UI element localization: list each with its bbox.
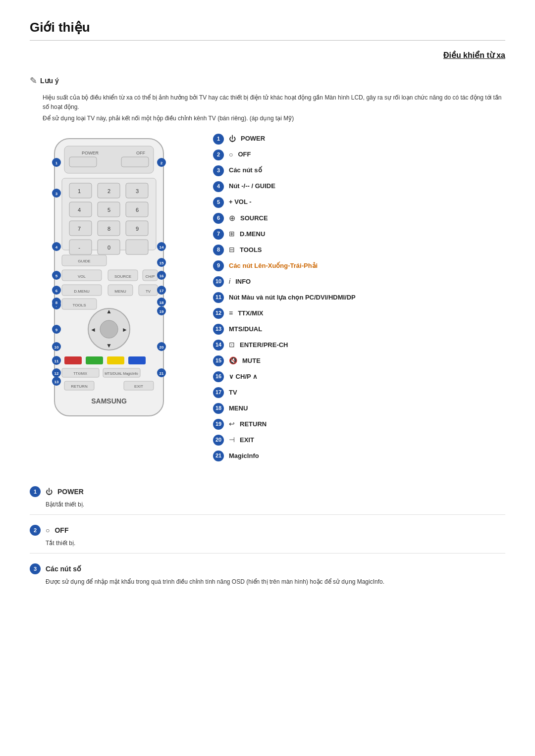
svg-text:2: 2	[107, 188, 110, 194]
svg-rect-54	[107, 356, 124, 364]
label-text-3: Các nút số	[229, 166, 262, 175]
note-label: Lưu ý	[40, 77, 59, 85]
return-icon-19: ↩	[229, 419, 235, 429]
label-num-14: 14	[213, 340, 224, 351]
svg-text:17: 17	[160, 289, 164, 293]
label-item-20: 20 ⊣ EXIT	[213, 435, 505, 446]
label-text-2: OFF	[238, 150, 251, 159]
label-item-17: 17 TV	[213, 387, 505, 398]
label-num-10: 10	[213, 276, 224, 287]
label-text-7: D.MENU	[240, 230, 265, 239]
label-text-18: MENU	[229, 404, 248, 413]
svg-text:TTX/MIX: TTX/MIX	[73, 372, 87, 375]
label-item-5: 5 + VOL -	[213, 197, 505, 208]
label-num-13: 13	[213, 324, 224, 335]
svg-text:EXIT: EXIT	[134, 384, 143, 389]
svg-text:OFF: OFF	[136, 151, 145, 155]
svg-text:13: 13	[54, 380, 59, 384]
bottom-desc-3: Được sử dụng để nhập mật khẩu trong quá …	[46, 577, 505, 587]
svg-text:10: 10	[54, 345, 59, 350]
svg-text:1: 1	[78, 188, 81, 194]
svg-text:►: ►	[122, 326, 128, 333]
svg-text:6: 6	[136, 207, 139, 213]
label-item-21: 21 MagicInfo	[213, 451, 505, 461]
label-num-6: 6	[213, 213, 224, 224]
divider-2	[30, 553, 505, 554]
source-icon-6: ⊕	[229, 213, 235, 224]
label-text-20: EXIT	[240, 436, 254, 445]
label-text-5: + VOL -	[229, 198, 252, 206]
label-item-11: 11 Nút Màu và nút lựa chọn PC/DVI/HDMI/D…	[213, 292, 505, 303]
svg-text:8: 8	[55, 301, 58, 305]
svg-text:D.MENU: D.MENU	[74, 289, 90, 294]
svg-text:21: 21	[160, 371, 164, 376]
svg-text:19: 19	[160, 309, 164, 314]
svg-text:SAMSUNG: SAMSUNG	[91, 397, 127, 405]
svg-text:4: 4	[78, 207, 81, 213]
svg-rect-5	[121, 157, 149, 167]
note-text-2: Để sử dụng loại TV này, phải kết nối một…	[43, 114, 505, 123]
svg-text:CH/P: CH/P	[145, 274, 155, 279]
label-text-8: TOOLS	[240, 246, 262, 254]
label-item-18: 18 MENU	[213, 403, 505, 414]
label-text-19: RETURN	[240, 420, 267, 429]
svg-text:11: 11	[54, 359, 59, 363]
label-text-11: Nút Màu và nút lựa chọn PC/DVI/HDMI/DP	[229, 293, 356, 302]
power-icon-1: ⏻	[229, 134, 236, 144]
label-num-11: 11	[213, 292, 224, 303]
label-text-1: POWER	[241, 134, 265, 143]
label-text-13: MTS/DUAL	[229, 325, 262, 334]
label-item-8: 8 ⊟ TOOLS	[213, 245, 505, 255]
label-item-9: 9 Các nút Lên-Xuống-Trái-Phải	[213, 260, 505, 271]
bottom-title-3: Các nút số	[46, 565, 81, 573]
label-item-13: 13 MTS/DUAL	[213, 324, 505, 335]
label-item-6: 6 ⊕ SOURCE	[213, 213, 505, 224]
svg-rect-52	[64, 356, 82, 364]
info-icon-10: i	[229, 277, 230, 287]
mute-icon-15: 🔇	[229, 356, 237, 366]
svg-text:7: 7	[78, 226, 81, 232]
svg-rect-25	[69, 240, 92, 254]
label-item-12: 12 ≡ TTX/MIX	[213, 308, 505, 319]
label-text-17: TV	[229, 388, 237, 397]
label-num-19: 19	[213, 419, 224, 430]
labels-list: 1 ⏻ POWER 2 ○ OFF 3 Các nút số 4 Nút -/-…	[198, 134, 505, 466]
ttx-icon-12: ≡	[229, 308, 233, 318]
svg-rect-55	[128, 356, 146, 364]
label-text-6: SOURCE	[240, 214, 268, 223]
label-num-16: 16	[213, 371, 224, 382]
svg-text:9: 9	[136, 226, 139, 232]
label-item-7: 7 ⊞ D.MENU	[213, 229, 505, 240]
off-icon-bottom: ○	[46, 526, 50, 534]
enter-icon-14: ⊡	[229, 340, 235, 350]
label-num-8: 8	[213, 245, 224, 255]
label-text-14: ENTER/PRE-CH	[240, 341, 288, 350]
label-item-10: 10 i INFO	[213, 276, 505, 287]
svg-point-47	[100, 320, 118, 338]
label-text-9: Các nút Lên-Xuống-Trái-Phải	[229, 261, 318, 270]
svg-text:▲: ▲	[106, 308, 112, 315]
svg-text:4: 4	[55, 245, 58, 250]
label-num-12: 12	[213, 308, 224, 319]
label-num-21: 21	[213, 451, 224, 461]
label-text-12: TTX/MIX	[238, 309, 263, 318]
svg-text:RETURN: RETURN	[71, 384, 88, 389]
note-icon: ✎	[30, 75, 37, 86]
svg-text:12: 12	[54, 371, 59, 376]
svg-text:5: 5	[107, 207, 110, 213]
note-text-1: Hiệu suất của bộ điều khiển từ xa có thể…	[43, 93, 505, 112]
bottom-desc-2: Tắt thiết bị.	[46, 539, 505, 548]
tools-icon-8: ⊟	[229, 245, 235, 255]
label-text-10: INFO	[235, 277, 251, 286]
remote-image: POWER OFF 1 2 3 4 5	[30, 134, 198, 466]
bottom-num-1: 1	[30, 486, 41, 497]
svg-text:16: 16	[160, 274, 164, 278]
svg-text:3: 3	[136, 188, 139, 194]
svg-text:POWER: POWER	[82, 151, 99, 155]
label-item-1: 1 ⏻ POWER	[213, 134, 505, 145]
exit-icon-20: ⊣	[229, 435, 235, 445]
svg-text:5: 5	[55, 274, 58, 278]
bottom-title-2: OFF	[54, 526, 68, 534]
label-num-2: 2	[213, 150, 224, 160]
label-num-17: 17	[213, 387, 224, 398]
